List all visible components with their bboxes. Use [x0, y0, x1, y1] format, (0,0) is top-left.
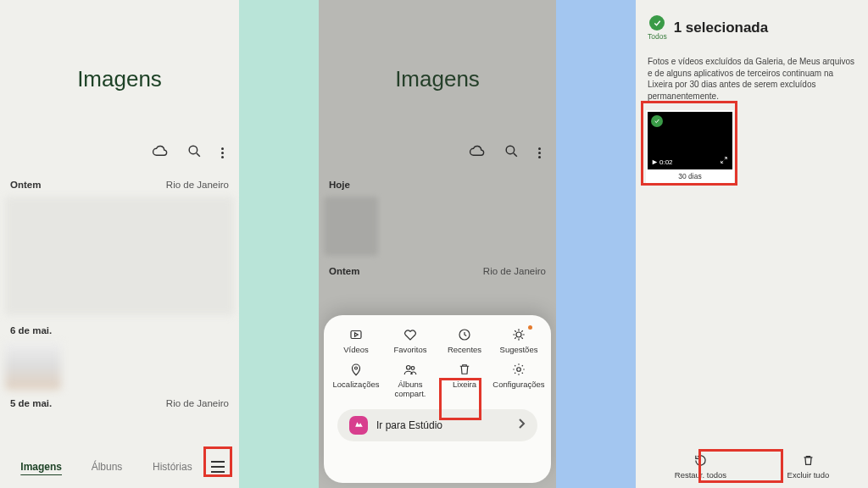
selection-header: Todos 1 selecionada — [636, 0, 868, 51]
svg-point-11 — [517, 368, 521, 372]
select-all-toggle[interactable]: Todos — [648, 15, 667, 41]
date-label: 5 de mai. — [10, 398, 52, 408]
menu-label: Álbuns compart. — [383, 380, 437, 399]
studio-label: Ir para Estúdio — [376, 419, 442, 431]
top-actions — [0, 143, 239, 175]
menu-label: Sugestões — [500, 346, 538, 355]
menu-label: Localizações — [333, 380, 380, 390]
expand-icon — [720, 156, 728, 166]
location-label: Rio de Janeiro — [483, 266, 546, 276]
studio-button[interactable]: Ir para Estúdio — [337, 409, 537, 441]
svg-rect-4 — [351, 331, 361, 339]
check-icon — [649, 15, 665, 30]
chevron-right-icon — [517, 418, 526, 432]
svg-point-0 — [189, 146, 198, 154]
menu-recent[interactable]: Recentes — [437, 327, 492, 355]
svg-line-1 — [197, 153, 200, 157]
restore-all-button[interactable]: Restaur. todos — [675, 453, 726, 480]
menu-suggestions[interactable]: Sugestões — [492, 327, 546, 355]
location-label: Rio de Janeiro — [166, 398, 229, 408]
badge-dot — [528, 325, 532, 330]
bottom-sheet: Vídeos Favoritos Recentes Sugestões Loca… — [324, 315, 551, 483]
svg-point-9 — [407, 365, 411, 369]
delete-all-button[interactable]: Excluir tudo — [787, 453, 830, 480]
menu-label: Recentes — [448, 346, 481, 355]
selected-count: 1 selecionada — [674, 19, 769, 36]
menu-locations[interactable]: Localizações — [329, 362, 383, 399]
bottom-nav: Imagens Álbuns Histórias — [0, 454, 239, 480]
date-label: Ontem — [329, 266, 359, 276]
thumbnail-grid[interactable] — [324, 197, 378, 256]
menu-label: Configurações — [492, 380, 544, 390]
date-label: 6 de mai. — [10, 325, 52, 336]
days-remaining: 30 dias — [648, 169, 732, 182]
svg-point-8 — [355, 367, 358, 369]
video-duration: 0:02 — [652, 158, 673, 166]
menu-shared-albums[interactable]: Álbuns compart. — [383, 362, 437, 399]
spacer — [556, 0, 636, 488]
tab-images[interactable]: Imagens — [8, 461, 74, 473]
cloud-icon[interactable] — [469, 143, 485, 163]
menu-trash[interactable]: Lixeira — [437, 362, 492, 399]
trash-item[interactable]: 0:02 30 dias — [646, 110, 734, 184]
svg-point-2 — [506, 146, 515, 154]
action-label: Restaur. todos — [675, 470, 726, 480]
top-actions — [319, 143, 556, 175]
all-label: Todos — [648, 32, 667, 41]
more-icon[interactable] — [538, 147, 541, 158]
search-icon[interactable] — [504, 143, 520, 163]
action-label: Excluir tudo — [787, 470, 830, 480]
menu-label: Favoritos — [393, 346, 426, 355]
tab-albums[interactable]: Álbuns — [74, 461, 139, 473]
date-label: Hoje — [329, 180, 350, 190]
screen-gallery-main: Imagens Ontem Rio de Janeiro 6 de mai. 5… — [0, 0, 239, 488]
thumbnail-grid[interactable] — [5, 342, 61, 390]
tab-stories[interactable]: Histórias — [140, 461, 205, 473]
info-text: Fotos e vídeos excluídos da Galeria, de … — [636, 51, 868, 110]
svg-point-10 — [411, 367, 415, 370]
date-section: Ontem Rio de Janeiro — [0, 175, 239, 195]
svg-line-3 — [514, 153, 517, 157]
studio-icon — [349, 416, 368, 435]
menu-icon[interactable] — [205, 454, 231, 480]
date-section: 5 de mai. Rio de Janeiro — [0, 393, 239, 413]
page-title: Imagens — [0, 0, 239, 143]
thumbnail-grid[interactable] — [5, 197, 234, 315]
date-section: 6 de mai. — [0, 320, 239, 341]
more-icon[interactable] — [221, 147, 224, 158]
svg-marker-5 — [355, 333, 359, 337]
bottom-actions: Restaur. todos Excluir tudo — [636, 450, 868, 483]
menu-videos[interactable]: Vídeos — [329, 327, 383, 355]
spacer — [239, 0, 319, 488]
search-icon[interactable] — [186, 143, 203, 163]
menu-label: Vídeos — [343, 346, 369, 355]
cloud-icon[interactable] — [152, 143, 168, 163]
svg-marker-12 — [653, 160, 658, 165]
menu-favorites[interactable]: Favoritos — [383, 327, 437, 355]
svg-point-7 — [516, 332, 521, 337]
location-label: Rio de Janeiro — [166, 180, 229, 190]
menu-settings[interactable]: Configurações — [492, 362, 546, 399]
date-section: Hoje — [319, 175, 556, 195]
check-icon — [651, 115, 663, 127]
menu-label: Lixeira — [453, 380, 476, 390]
date-section: Ontem Rio de Janeiro — [319, 261, 556, 281]
page-title: Imagens — [319, 0, 556, 143]
screen-trash-selected: Todos 1 selecionada Fotos e vídeos exclu… — [636, 0, 868, 488]
date-label: Ontem — [10, 180, 41, 190]
screen-gallery-menu: Imagens Hoje Ontem Rio de Janeiro Vídeos… — [319, 0, 556, 488]
